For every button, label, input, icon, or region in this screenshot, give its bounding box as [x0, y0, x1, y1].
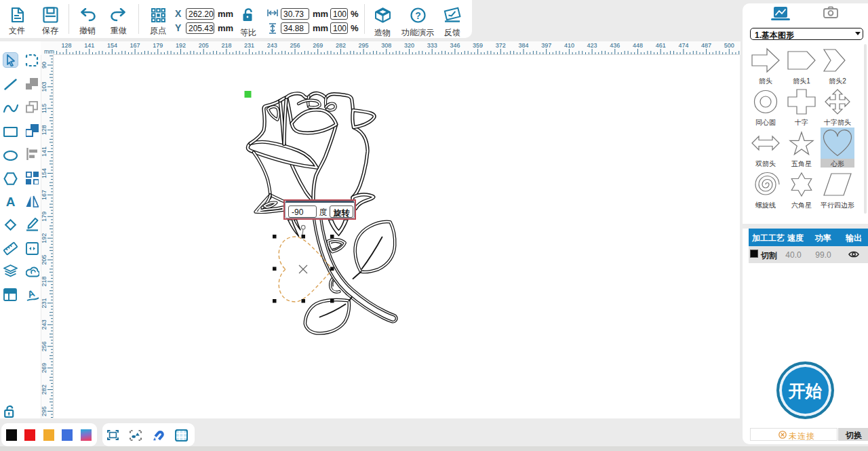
svg-text:231: 231: [244, 42, 254, 49]
svg-text:461: 461: [656, 42, 666, 49]
svg-text:?: ?: [415, 10, 421, 21]
svg-text:141: 141: [41, 146, 47, 157]
svg-text:179: 179: [153, 42, 163, 49]
svg-text:423: 423: [587, 42, 597, 49]
svg-text:397: 397: [541, 42, 551, 49]
svg-text:410: 410: [564, 42, 574, 49]
svg-text:333: 333: [427, 42, 437, 49]
svg-text:103: 103: [41, 81, 47, 92]
svg-text:295: 295: [359, 42, 369, 49]
svg-text:308: 308: [381, 42, 391, 49]
svg-text:269: 269: [41, 363, 47, 373]
svg-text:282: 282: [41, 385, 47, 395]
svg-text:243: 243: [267, 42, 277, 49]
svg-text:448: 448: [633, 42, 643, 49]
svg-text:295: 295: [41, 406, 47, 416]
svg-text:192: 192: [176, 42, 186, 49]
svg-text:141: 141: [84, 42, 94, 49]
svg-text:128: 128: [61, 42, 71, 49]
svg-text:320: 320: [404, 42, 414, 49]
svg-text:359: 359: [473, 42, 483, 49]
svg-text:179: 179: [41, 212, 47, 222]
svg-text:154: 154: [41, 168, 47, 178]
svg-text:192: 192: [41, 233, 47, 243]
svg-text:474: 474: [678, 42, 688, 49]
svg-text:500: 500: [724, 42, 734, 49]
svg-text:231: 231: [41, 298, 47, 308]
svg-text:269: 269: [313, 42, 323, 49]
svg-text:A: A: [26, 288, 36, 300]
svg-text:218: 218: [221, 42, 231, 49]
svg-text:205: 205: [199, 42, 209, 49]
svg-text:128: 128: [41, 125, 47, 135]
svg-text:436: 436: [610, 42, 620, 49]
svg-text:384: 384: [518, 42, 528, 49]
svg-text:256: 256: [41, 341, 47, 351]
svg-text:372: 372: [496, 42, 506, 49]
svg-text:218: 218: [41, 276, 47, 286]
svg-text:256: 256: [290, 42, 300, 49]
svg-text:90: 90: [41, 62, 47, 68]
svg-text:167: 167: [130, 42, 140, 49]
svg-text:205: 205: [41, 255, 47, 265]
svg-text:115: 115: [41, 104, 47, 113]
svg-text:167: 167: [41, 190, 47, 200]
svg-text:346: 346: [450, 42, 460, 49]
svg-text:243: 243: [41, 319, 47, 330]
svg-text:487: 487: [701, 42, 711, 49]
svg-text:154: 154: [107, 42, 117, 49]
svg-text:282: 282: [336, 42, 346, 49]
